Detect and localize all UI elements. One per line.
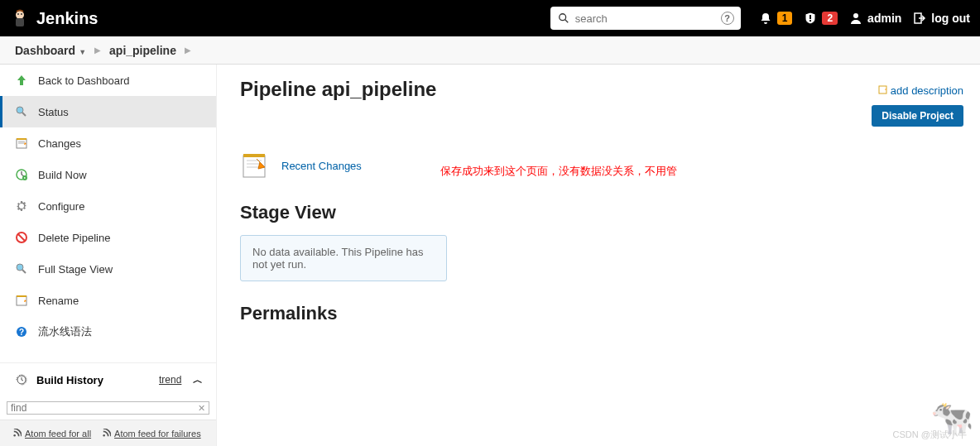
build-history-label: Build History — [36, 374, 103, 386]
notepad-edit-icon — [13, 292, 30, 309]
svg-rect-13 — [17, 138, 26, 140]
user-icon — [849, 12, 862, 25]
watermark: CSDN @测试小牛 — [893, 429, 967, 441]
clock-play-icon — [13, 166, 30, 183]
shield-alert-icon — [804, 12, 817, 25]
history-icon — [13, 372, 30, 388]
svg-point-20 — [17, 264, 23, 271]
breadcrumb-pipeline[interactable]: api_pipeline — [109, 44, 176, 57]
edit-icon — [878, 84, 888, 97]
svg-point-28 — [103, 434, 106, 437]
svg-rect-7 — [809, 20, 811, 22]
rss-icon — [13, 429, 22, 439]
jenkins-logo[interactable]: Jenkins — [10, 8, 98, 28]
jenkins-mascot-icon — [10, 8, 30, 28]
rss-row: Atom feed for all Atom feed for failures — [0, 420, 216, 446]
alert-badge: 2 — [822, 12, 838, 25]
logout-icon — [913, 12, 926, 25]
sidebar-item-delete[interactable]: Delete Pipeline — [0, 222, 216, 253]
annotation-text: 保存成功来到这个页面，没有数据没关系，不用管 — [440, 164, 677, 179]
sidebar-item-changes[interactable]: Changes — [0, 127, 216, 159]
search-icon — [557, 12, 570, 25]
top-header: Jenkins ? 1 2 admin log out — [0, 0, 980, 36]
sidebar-item-back[interactable]: Back to Dashboard — [0, 65, 216, 96]
svg-line-11 — [22, 113, 26, 116]
sidebar-item-label: Configure — [38, 200, 84, 213]
sidebar-item-full-stage[interactable]: Full Stage View — [0, 253, 216, 285]
sidebar-item-syntax[interactable]: ? 流水线语法 — [0, 316, 216, 348]
search-box[interactable]: ? — [550, 7, 741, 30]
sidebar-item-status[interactable]: Status — [0, 96, 216, 127]
magnifier-icon — [13, 103, 30, 120]
gear-icon — [13, 198, 30, 214]
collapse-icon[interactable]: ︿ — [193, 374, 203, 386]
sidebar-item-label: Rename — [38, 295, 79, 307]
svg-rect-6 — [809, 15, 811, 19]
disable-project-button[interactable]: Disable Project — [872, 105, 963, 127]
svg-point-4 — [559, 14, 565, 21]
user-button[interactable]: admin — [849, 12, 901, 25]
svg-line-21 — [22, 270, 26, 273]
sidebar-item-label: Delete Pipeline — [38, 232, 110, 244]
svg-rect-1 — [16, 18, 24, 26]
search-input[interactable] — [575, 12, 721, 25]
sidebar-item-build-now[interactable]: Build Now — [0, 159, 216, 190]
breadcrumb-dashboard[interactable]: Dashboard▼ — [15, 44, 86, 57]
find-input[interactable] — [7, 402, 195, 414]
svg-point-3 — [21, 13, 22, 15]
breadcrumb: Dashboard▼ ▶ api_pipeline ▶ — [0, 36, 980, 65]
no-data-message: No data available. This Pipeline has not… — [240, 235, 447, 281]
sidebar-item-configure[interactable]: Configure — [0, 190, 216, 222]
notifications-button[interactable]: 1 — [759, 12, 793, 25]
page-title: Pipeline api_pipeline — [240, 78, 957, 101]
rss-failures-link[interactable]: Atom feed for failures — [103, 429, 201, 439]
svg-point-10 — [17, 107, 23, 113]
recent-changes-link[interactable]: Recent Changes — [281, 160, 362, 172]
alerts-button[interactable]: 2 — [804, 12, 838, 25]
sidebar-item-rename[interactable]: Rename — [0, 285, 216, 316]
notepad-icon — [13, 135, 30, 151]
add-description-link[interactable]: add description — [878, 84, 963, 97]
magnifier-icon — [13, 261, 30, 277]
help-icon[interactable]: ? — [721, 12, 734, 25]
logout-label: log out — [931, 12, 970, 25]
question-icon: ? — [13, 324, 30, 340]
sidebar: Back to Dashboard Status Changes Build N… — [0, 65, 217, 446]
permalinks-title: Permalinks — [240, 303, 957, 324]
svg-rect-31 — [243, 154, 265, 157]
bell-icon — [759, 12, 772, 25]
trend-link[interactable]: trend — [159, 374, 181, 386]
arrow-up-icon — [13, 72, 30, 89]
sidebar-item-label: Full Stage View — [38, 263, 113, 276]
svg-line-5 — [564, 20, 568, 23]
main-content: Pipeline api_pipeline add description Di… — [217, 65, 980, 446]
sidebar-item-label: Status — [38, 106, 69, 118]
notification-badge: 1 — [777, 12, 793, 25]
find-box[interactable]: ✕ — [7, 401, 209, 415]
svg-text:?: ? — [19, 328, 24, 337]
chevron-right-icon: ▶ — [185, 46, 191, 55]
jenkins-title: Jenkins — [36, 9, 98, 28]
svg-rect-23 — [17, 295, 26, 297]
svg-line-19 — [18, 234, 25, 241]
svg-point-8 — [853, 13, 858, 18]
notepad-large-icon — [240, 151, 270, 180]
sidebar-item-label: Back to Dashboard — [38, 74, 130, 87]
sidebar-item-label: Changes — [38, 137, 81, 150]
delete-icon — [13, 229, 30, 246]
sidebar-item-label: Build Now — [38, 169, 87, 181]
svg-point-2 — [17, 13, 19, 15]
chevron-right-icon: ▶ — [94, 46, 101, 55]
clear-icon[interactable]: ✕ — [195, 403, 209, 414]
svg-point-27 — [13, 434, 16, 437]
logout-button[interactable]: log out — [913, 12, 970, 25]
rss-icon — [103, 429, 111, 439]
rss-all-link[interactable]: Atom feed for all — [13, 429, 91, 439]
user-label: admin — [867, 12, 901, 25]
stage-view-title: Stage View — [240, 202, 957, 223]
sidebar-item-label: 流水线语法 — [38, 324, 92, 339]
build-history-header: Build History trend ︿ — [0, 362, 216, 396]
